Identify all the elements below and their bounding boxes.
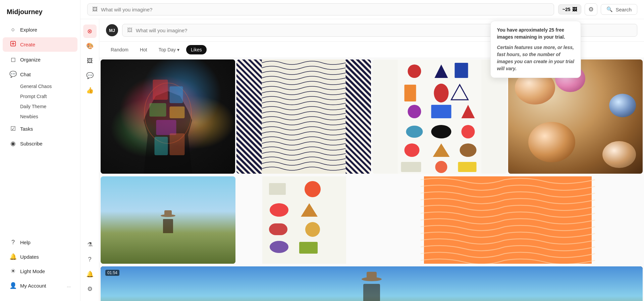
search-label: Search <box>615 7 632 12</box>
svg-rect-23 <box>405 143 420 157</box>
svg-point-17 <box>408 105 421 118</box>
hat-brim <box>161 214 175 217</box>
sidebar-item-tasks[interactable]: ☑ Tasks <box>3 122 77 136</box>
more-options-icon[interactable]: ... <box>67 283 71 288</box>
sidebar-item-general-chaos[interactable]: General Chaos <box>17 82 80 91</box>
prompt-image-icon: 🖼 <box>127 27 132 33</box>
main-search-input[interactable] <box>101 7 549 12</box>
filters-button[interactable]: ⚙ <box>585 3 597 15</box>
sidebar-item-label: Chat <box>20 72 31 77</box>
sidebar-item-updates[interactable]: 🔔 Updates <box>3 250 77 264</box>
chat-sub-menu: General Chaos Prompt Craft Daily Theme N… <box>0 82 80 121</box>
tab-hot[interactable]: Hot <box>135 45 152 54</box>
sidebar-item-subscribe[interactable]: ◉ Subscribe <box>3 136 77 150</box>
sidebar-item-daily-theme[interactable]: Daily Theme <box>17 102 80 111</box>
message-button[interactable]: 💬 <box>83 69 97 82</box>
flask-button[interactable]: ⚗ <box>83 238 97 251</box>
sidebar-item-create[interactable]: Create <box>3 37 77 52</box>
free-images-badge[interactable]: ~25 🖼 You have aproximately 25 free imag… <box>558 4 582 14</box>
svg-rect-37 <box>299 242 318 254</box>
question-button[interactable]: ? <box>83 253 97 266</box>
tab-random[interactable]: Random <box>106 45 133 54</box>
svg-rect-4 <box>150 103 166 117</box>
tab-top-day-label: Top Day <box>159 47 176 52</box>
svg-rect-8 <box>170 133 185 155</box>
bell-icon: 🔔 <box>9 253 17 260</box>
gallery-item-geometric[interactable] <box>372 59 507 174</box>
portrait-artwork <box>101 59 235 174</box>
sidebar-item-prompt-craft[interactable]: Prompt Craft <box>17 92 80 101</box>
video-figure <box>363 284 380 301</box>
video-timestamp-badge: 01:54 <box>105 270 119 276</box>
portrait-svg <box>101 59 235 174</box>
sidebar-item-newbies[interactable]: Newbies <box>17 112 80 121</box>
gallery-item-portrait[interactable] <box>101 59 235 174</box>
svg-point-36 <box>270 241 288 253</box>
sidebar-item-light-mode[interactable]: ☀ Light Mode <box>3 264 77 278</box>
sidebar-item-label: Light Mode <box>20 268 45 274</box>
svg-point-31 <box>305 181 321 197</box>
search-icon: 🔍 <box>606 6 613 12</box>
image-count-icon: 🖼 <box>572 7 577 12</box>
notification-button[interactable]: 🔔 <box>83 267 97 281</box>
gallery-item-landscape[interactable] <box>101 176 235 264</box>
like-button[interactable]: 👍 <box>83 84 97 97</box>
sidebar-item-label: Subscribe <box>20 141 43 146</box>
search-button[interactable]: 🔍 Search <box>601 4 637 15</box>
grass <box>101 233 235 264</box>
sidebar-item-help[interactable]: ? Help <box>3 235 77 249</box>
sidebar-item-label: Help <box>20 240 31 245</box>
palette-button[interactable]: 🎨 <box>83 39 97 53</box>
svg-point-32 <box>270 203 288 217</box>
sidebar-item-label: Create <box>20 42 35 47</box>
gallery-item-wavy[interactable] <box>236 59 371 174</box>
svg-rect-14 <box>405 85 416 101</box>
hat-top <box>164 210 172 215</box>
metal-ball-3 <box>609 94 636 117</box>
svg-point-27 <box>435 161 447 173</box>
tooltip-text: You have aproximately 25 free images rem… <box>497 27 575 41</box>
landscape-artwork <box>101 176 235 264</box>
tab-top-day[interactable]: Top Day ▾ <box>154 45 184 54</box>
compass-icon: ○ <box>9 26 17 33</box>
avatar: MJ <box>106 24 118 36</box>
main-search-input-wrap[interactable]: 🖼 <box>87 3 554 15</box>
sidebar-item-label: Updates <box>20 254 39 260</box>
svg-point-20 <box>406 126 423 138</box>
chevron-down-icon: ▾ <box>177 47 179 52</box>
organize-icon: ◻ <box>9 56 17 63</box>
svg-rect-34 <box>269 223 287 235</box>
svg-point-35 <box>305 222 320 237</box>
tooltip-note: Certain features use more, or less, fast… <box>497 44 575 72</box>
sidebar-item-explore[interactable]: ○ Explore <box>3 23 77 37</box>
gallery-item-orange-wavy[interactable] <box>373 176 643 264</box>
image-input-icon: 🖼 <box>92 6 98 12</box>
svg-point-21 <box>431 125 451 138</box>
wavy-svg <box>236 59 371 174</box>
image-button[interactable]: 🖼 <box>83 54 97 68</box>
gallery-item-geo2[interactable] <box>237 176 372 264</box>
tooltip-highlight: 25 <box>549 27 554 33</box>
sidebar-item-label: Tasks <box>20 126 33 132</box>
sidebar: Midjourney ○ Explore Create ◻ Organize 💬… <box>0 0 80 301</box>
app-logo: Midjourney <box>0 5 80 23</box>
svg-rect-5 <box>170 106 185 118</box>
geo2-svg <box>237 176 372 264</box>
geo-svg <box>372 59 507 174</box>
stop-button[interactable]: ⊗ <box>83 25 97 38</box>
tasks-icon: ☑ <box>9 125 17 132</box>
settings-button[interactable]: ⚙ <box>83 282 97 296</box>
tab-likes[interactable]: Likes <box>186 45 207 54</box>
sidebar-item-label: Explore <box>20 27 37 33</box>
svg-rect-7 <box>155 137 168 155</box>
free-images-tooltip: You have aproximately 25 free images rem… <box>490 21 581 78</box>
sidebar-item-chat[interactable]: 💬 Chat <box>3 67 77 81</box>
sidebar-item-my-account[interactable]: 👤 My Account ... <box>3 278 77 293</box>
video-thumbnail: Hi everyone, welcome to Midjourney! 01:5… <box>101 266 643 301</box>
svg-point-11 <box>408 64 421 78</box>
metal-ball-4 <box>528 122 575 162</box>
badge-count: ~25 <box>562 7 571 12</box>
help-icon: ? <box>9 239 17 246</box>
sidebar-item-organize[interactable]: ◻ Organize <box>3 52 77 67</box>
gallery-row2 <box>99 176 644 264</box>
